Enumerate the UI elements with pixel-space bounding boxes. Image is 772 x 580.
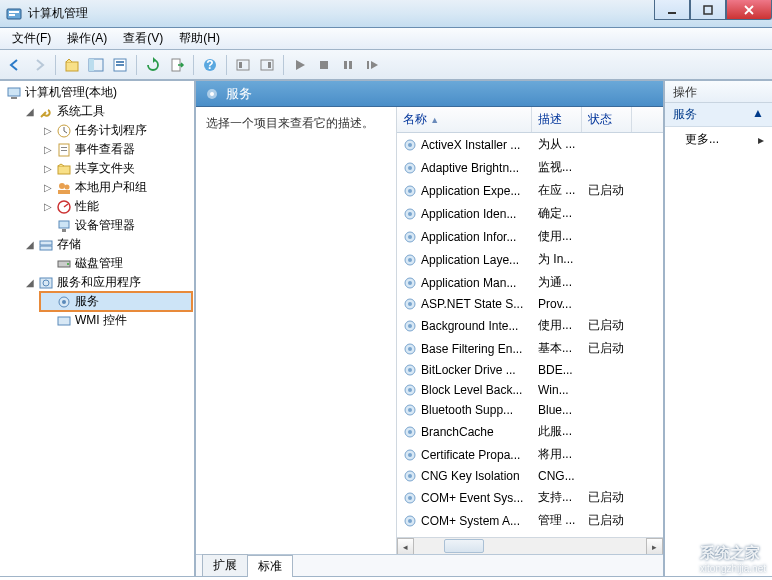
toolbar: ? [0, 50, 772, 80]
service-row[interactable]: Application Expe...在应 ...已启动 [397, 179, 663, 202]
restart-service-button[interactable] [361, 54, 383, 76]
center-body: 选择一个项目来查看它的描述。 名称 ▲ 描述 状态 ActiveX Instal… [196, 107, 663, 554]
minimize-button[interactable] [654, 0, 690, 20]
start-service-button[interactable] [289, 54, 311, 76]
service-row[interactable]: Base Filtering En...基本...已启动 [397, 337, 663, 360]
scroll-right-button[interactable]: ▸ [646, 538, 663, 554]
service-row[interactable]: COM+ System A...管理 ...已启动 [397, 509, 663, 532]
service-row[interactable]: Application Iden...确定... [397, 202, 663, 225]
tree-disk-mgmt-label: 磁盘管理 [75, 255, 123, 272]
expand-icon[interactable]: ▷ [42, 182, 53, 193]
svg-rect-36 [40, 246, 52, 250]
export-button[interactable] [166, 54, 188, 76]
center-tabs: 扩展 标准 [196, 554, 663, 576]
tree-system-tools-label: 系统工具 [57, 103, 105, 120]
gear-icon [403, 425, 417, 439]
gear-icon [403, 161, 417, 175]
svg-point-29 [59, 183, 65, 189]
tab-standard[interactable]: 标准 [247, 555, 293, 577]
svg-rect-7 [89, 59, 94, 71]
service-row[interactable]: CNG Key IsolationCNG... [397, 466, 663, 486]
stop-service-button[interactable] [313, 54, 335, 76]
service-row[interactable]: Application Laye...为 In... [397, 248, 663, 271]
service-row[interactable]: Certificate Propa...将用... [397, 443, 663, 466]
horizontal-scrollbar[interactable]: ◂ ▸ [397, 537, 663, 554]
tree-performance[interactable]: ▷性能 [40, 197, 192, 216]
expand-icon[interactable]: ▷ [42, 201, 53, 212]
actions-group-label: 服务 [673, 106, 697, 123]
show-hide-tree-button[interactable] [85, 54, 107, 76]
toolbar-btn-extra2[interactable] [256, 54, 278, 76]
service-row[interactable]: Block Level Back...Win... [397, 380, 663, 400]
menu-view[interactable]: 查看(V) [115, 28, 171, 49]
expand-icon[interactable]: ▷ [42, 163, 53, 174]
svg-rect-18 [320, 61, 328, 69]
folder-share-icon [56, 161, 72, 177]
tree-device-manager[interactable]: ▷设备管理器 [40, 216, 192, 235]
service-desc: 为 In... [532, 250, 582, 269]
gear-icon [403, 297, 417, 311]
service-name: Certificate Propa... [421, 448, 520, 462]
tree-task-scheduler[interactable]: ▷任务计划程序 [40, 121, 192, 140]
service-row[interactable]: ActiveX Installer ...为从 ... [397, 133, 663, 156]
tree-shared-folders[interactable]: ▷共享文件夹 [40, 159, 192, 178]
menu-help[interactable]: 帮助(H) [171, 28, 228, 49]
toolbar-btn-extra1[interactable] [232, 54, 254, 76]
tree-wmi[interactable]: ▷WMI 控件 [40, 311, 192, 330]
tree-root[interactable]: 计算机管理(本地) [4, 83, 192, 102]
actions-group-header[interactable]: 服务 ▲ [665, 103, 772, 127]
service-name: Application Expe... [421, 184, 520, 198]
tree-services-apps[interactable]: ◢ 服务和应用程序 [22, 273, 192, 292]
service-row[interactable]: Application Man...为通... [397, 271, 663, 294]
tree-storage[interactable]: ◢ 存储 [22, 235, 192, 254]
col-name[interactable]: 名称 ▲ [397, 107, 532, 132]
service-name: Application Laye... [421, 253, 519, 267]
disk-icon [56, 256, 72, 272]
gear-icon [403, 184, 417, 198]
actions-more[interactable]: 更多... ▸ [665, 127, 772, 152]
service-row[interactable]: BranchCache此服... [397, 420, 663, 443]
tree-disk-mgmt[interactable]: ▷磁盘管理 [40, 254, 192, 273]
col-desc[interactable]: 描述 [532, 107, 582, 132]
service-row[interactable]: Bluetooth Supp...Blue... [397, 400, 663, 420]
collapse-icon[interactable]: ◢ [24, 239, 35, 250]
scroll-left-button[interactable]: ◂ [397, 538, 414, 554]
back-button[interactable] [4, 54, 26, 76]
forward-button[interactable] [28, 54, 50, 76]
service-row[interactable]: ASP.NET State S...Prov... [397, 294, 663, 314]
scroll-thumb[interactable] [444, 539, 484, 553]
expand-icon[interactable]: ▷ [42, 125, 53, 136]
tab-extended[interactable]: 扩展 [202, 554, 248, 576]
service-desc: 为从 ... [532, 135, 582, 154]
col-status[interactable]: 状态 [582, 107, 632, 132]
service-desc: 支持... [532, 488, 582, 507]
expand-icon[interactable]: ▷ [42, 144, 53, 155]
service-status [582, 213, 632, 215]
svg-rect-5 [66, 62, 78, 71]
collapse-icon[interactable]: ◢ [24, 277, 35, 288]
menu-file[interactable]: 文件(F) [4, 28, 59, 49]
service-row[interactable]: Background Inte...使用...已启动 [397, 314, 663, 337]
tree-local-users[interactable]: ▷本地用户和组 [40, 178, 192, 197]
gear-icon [403, 363, 417, 377]
svg-rect-43 [58, 317, 70, 325]
tree-event-viewer[interactable]: ▷事件查看器 [40, 140, 192, 159]
pause-service-button[interactable] [337, 54, 359, 76]
close-button[interactable] [726, 0, 772, 20]
svg-rect-19 [344, 61, 347, 69]
tree-system-tools[interactable]: ◢ 系统工具 [22, 102, 192, 121]
maximize-button[interactable] [690, 0, 726, 20]
service-row[interactable]: COM+ Event Sys...支持...已启动 [397, 486, 663, 509]
collapse-icon[interactable]: ◢ [24, 106, 35, 117]
up-button[interactable] [61, 54, 83, 76]
tree-services[interactable]: ▷服务 [40, 292, 192, 311]
service-row[interactable]: BitLocker Drive ...BDE... [397, 360, 663, 380]
help-button[interactable]: ? [199, 54, 221, 76]
service-name: Bluetooth Supp... [421, 403, 513, 417]
menu-action[interactable]: 操作(A) [59, 28, 115, 49]
list-rows[interactable]: ActiveX Installer ...为从 ...Adaptive Brig… [397, 133, 663, 537]
service-row[interactable]: Adaptive Brightn...监视... [397, 156, 663, 179]
service-row[interactable]: Application Infor...使用... [397, 225, 663, 248]
properties-button[interactable] [109, 54, 131, 76]
refresh-button[interactable] [142, 54, 164, 76]
